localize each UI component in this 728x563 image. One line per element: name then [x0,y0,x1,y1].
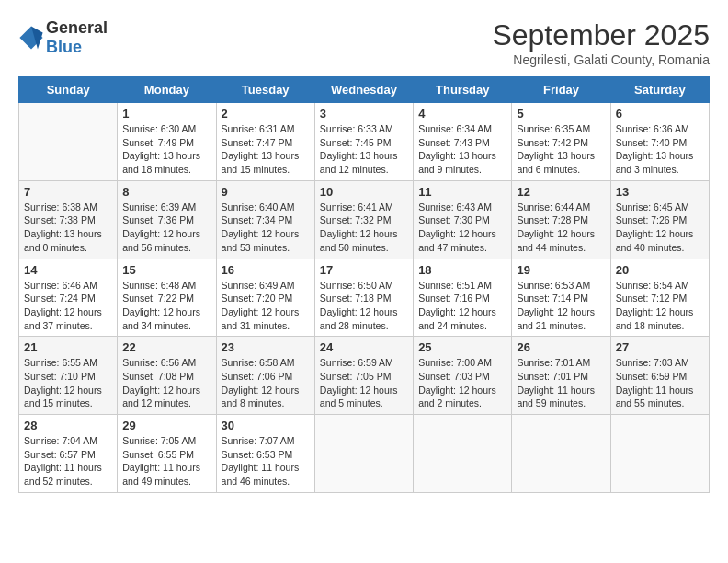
calendar-cell: 3Sunrise: 6:33 AMSunset: 7:45 PMDaylight… [314,103,413,181]
day-number: 27 [616,340,704,354]
calendar-week-3: 14Sunrise: 6:46 AMSunset: 7:24 PMDayligh… [19,259,710,337]
day-info: Sunrise: 6:56 AMSunset: 7:08 PMDaylight:… [122,356,210,410]
calendar-week-4: 21Sunrise: 6:55 AMSunset: 7:10 PMDayligh… [19,337,710,415]
weekday-header-friday: Friday [512,77,610,103]
logo: General Blue [18,18,108,57]
calendar-cell: 19Sunrise: 6:53 AMSunset: 7:14 PMDayligh… [512,259,610,337]
calendar-cell: 14Sunrise: 6:46 AMSunset: 7:24 PMDayligh… [19,259,118,337]
day-number: 15 [122,263,210,277]
weekday-header-tuesday: Tuesday [216,77,314,103]
calendar-cell: 27Sunrise: 7:03 AMSunset: 6:59 PMDayligh… [610,337,709,415]
calendar-cell [610,415,709,493]
day-number: 21 [24,340,112,354]
calendar-cell: 16Sunrise: 6:49 AMSunset: 7:20 PMDayligh… [216,259,314,337]
calendar-cell: 9Sunrise: 6:40 AMSunset: 7:34 PMDaylight… [216,180,314,259]
day-info: Sunrise: 6:55 AMSunset: 7:10 PMDaylight:… [24,356,112,410]
location-subtitle: Negrilesti, Galati County, Romania [492,52,710,67]
day-info: Sunrise: 7:07 AMSunset: 6:53 PMDaylight:… [222,434,310,488]
logo-text-line1: General [46,18,108,38]
calendar-cell: 22Sunrise: 6:56 AMSunset: 7:08 PMDayligh… [118,337,216,415]
day-number: 23 [222,340,310,354]
day-info: Sunrise: 6:44 AMSunset: 7:28 PMDaylight:… [517,201,605,255]
day-number: 6 [616,107,704,121]
day-info: Sunrise: 6:34 AMSunset: 7:43 PMDaylight:… [418,122,506,177]
weekday-header-sunday: Sunday [19,77,118,103]
calendar-cell: 23Sunrise: 6:58 AMSunset: 7:06 PMDayligh… [216,337,314,415]
calendar-cell: 24Sunrise: 6:59 AMSunset: 7:05 PMDayligh… [314,337,413,415]
day-number: 9 [222,185,310,199]
calendar-cell: 25Sunrise: 7:00 AMSunset: 7:03 PMDayligh… [414,337,512,415]
calendar-cell: 1Sunrise: 6:30 AMSunset: 7:49 PMDaylight… [118,103,216,181]
calendar-cell: 26Sunrise: 7:01 AMSunset: 7:01 PMDayligh… [512,337,610,415]
calendar-cell: 18Sunrise: 6:51 AMSunset: 7:16 PMDayligh… [414,259,512,337]
calendar-table: SundayMondayTuesdayWednesdayThursdayFrid… [18,76,710,493]
day-info: Sunrise: 6:38 AMSunset: 7:38 PMDaylight:… [24,201,112,255]
day-number: 14 [24,263,112,277]
day-number: 13 [616,185,704,199]
day-number: 29 [122,419,210,432]
day-number: 30 [222,419,310,432]
logo-text-line2: Blue [46,38,108,57]
day-info: Sunrise: 6:35 AMSunset: 7:42 PMDaylight:… [517,122,605,177]
calendar-cell: 7Sunrise: 6:38 AMSunset: 7:38 PMDaylight… [19,180,118,259]
day-info: Sunrise: 6:50 AMSunset: 7:18 PMDaylight:… [320,279,408,333]
day-number: 22 [122,340,210,354]
calendar-cell: 21Sunrise: 6:55 AMSunset: 7:10 PMDayligh… [19,337,118,415]
calendar-cell: 4Sunrise: 6:34 AMSunset: 7:43 PMDaylight… [414,103,512,181]
calendar-week-2: 7Sunrise: 6:38 AMSunset: 7:38 PMDaylight… [19,180,710,259]
day-info: Sunrise: 6:33 AMSunset: 7:45 PMDaylight:… [320,122,408,177]
day-number: 25 [418,340,506,354]
day-number: 17 [320,263,408,277]
title-block: September 2025 Negrilesti, Galati County… [492,18,710,67]
calendar-cell [19,103,118,181]
calendar-cell: 13Sunrise: 6:45 AMSunset: 7:26 PMDayligh… [610,180,709,259]
day-number: 7 [24,185,112,199]
day-number: 28 [24,419,112,432]
weekday-header-monday: Monday [118,77,216,103]
day-number: 3 [320,107,408,121]
day-number: 1 [122,107,210,121]
day-info: Sunrise: 6:45 AMSunset: 7:26 PMDaylight:… [616,201,704,255]
weekday-header-thursday: Thursday [414,77,512,103]
calendar-cell: 2Sunrise: 6:31 AMSunset: 7:47 PMDaylight… [216,103,314,181]
day-info: Sunrise: 6:48 AMSunset: 7:22 PMDaylight:… [122,279,210,333]
calendar-week-5: 28Sunrise: 7:04 AMSunset: 6:57 PMDayligh… [19,415,710,493]
calendar-cell: 17Sunrise: 6:50 AMSunset: 7:18 PMDayligh… [314,259,413,337]
calendar-cell: 30Sunrise: 7:07 AMSunset: 6:53 PMDayligh… [216,415,314,493]
day-info: Sunrise: 6:53 AMSunset: 7:14 PMDaylight:… [517,279,605,333]
day-info: Sunrise: 6:49 AMSunset: 7:20 PMDaylight:… [222,279,310,333]
day-info: Sunrise: 6:59 AMSunset: 7:05 PMDaylight:… [320,356,408,410]
day-number: 20 [616,263,704,277]
day-number: 2 [222,107,310,121]
day-number: 10 [320,185,408,199]
day-number: 18 [418,263,506,277]
calendar-week-1: 1Sunrise: 6:30 AMSunset: 7:49 PMDaylight… [19,103,710,181]
day-number: 4 [418,107,506,121]
day-info: Sunrise: 6:30 AMSunset: 7:49 PMDaylight:… [122,122,210,177]
day-number: 12 [517,185,605,199]
day-number: 16 [222,263,310,277]
day-info: Sunrise: 7:00 AMSunset: 7:03 PMDaylight:… [418,356,506,410]
calendar-cell: 10Sunrise: 6:41 AMSunset: 7:32 PMDayligh… [314,180,413,259]
day-number: 5 [517,107,605,121]
calendar-cell [512,415,610,493]
calendar-cell: 8Sunrise: 6:39 AMSunset: 7:36 PMDaylight… [118,180,216,259]
calendar-cell: 15Sunrise: 6:48 AMSunset: 7:22 PMDayligh… [118,259,216,337]
calendar-cell [414,415,512,493]
day-info: Sunrise: 6:54 AMSunset: 7:12 PMDaylight:… [616,279,704,333]
day-info: Sunrise: 7:03 AMSunset: 6:59 PMDaylight:… [616,356,704,410]
day-number: 11 [418,185,506,199]
calendar-cell: 11Sunrise: 6:43 AMSunset: 7:30 PMDayligh… [414,180,512,259]
day-info: Sunrise: 7:04 AMSunset: 6:57 PMDaylight:… [24,434,112,488]
day-info: Sunrise: 6:31 AMSunset: 7:47 PMDaylight:… [222,122,310,177]
day-info: Sunrise: 6:43 AMSunset: 7:30 PMDaylight:… [418,201,506,255]
calendar-cell: 6Sunrise: 6:36 AMSunset: 7:40 PMDaylight… [610,103,709,181]
month-title: September 2025 [492,18,710,52]
day-number: 26 [517,340,605,354]
calendar-cell: 29Sunrise: 7:05 AMSunset: 6:55 PMDayligh… [118,415,216,493]
day-info: Sunrise: 7:01 AMSunset: 7:01 PMDaylight:… [517,356,605,410]
day-info: Sunrise: 7:05 AMSunset: 6:55 PMDaylight:… [122,434,210,488]
day-info: Sunrise: 6:41 AMSunset: 7:32 PMDaylight:… [320,201,408,255]
calendar-cell: 5Sunrise: 6:35 AMSunset: 7:42 PMDaylight… [512,103,610,181]
day-info: Sunrise: 6:46 AMSunset: 7:24 PMDaylight:… [24,279,112,333]
